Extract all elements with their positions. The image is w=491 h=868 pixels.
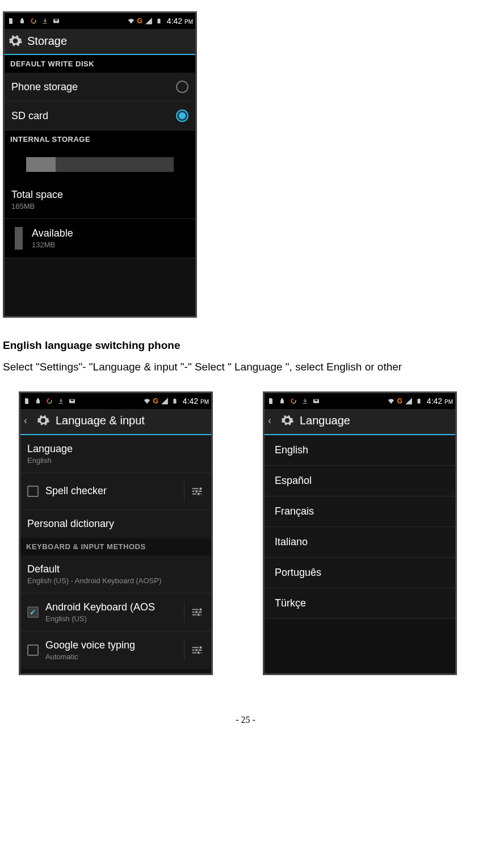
page-number: - 25 - [3, 715, 488, 725]
row-sd-card[interactable]: SD card [5, 102, 195, 130]
sync-icon [289, 397, 297, 405]
lock-icon [18, 17, 26, 25]
row-label: Total space [11, 189, 63, 201]
row-spell-checker[interactable]: Spell checker [20, 473, 211, 510]
checkbox-off-icon[interactable] [27, 486, 39, 497]
radio-off-icon[interactable] [176, 81, 188, 93]
row-phone-storage[interactable]: Phone storage [5, 73, 195, 102]
mail-icon [68, 397, 76, 405]
gear-icon [8, 33, 23, 48]
section-keyboard-methods: KEYBOARD & INPUT METHODS [20, 538, 211, 555]
screenshot-language-input: G 4:42 PM ‹ Language & input Language En… [19, 391, 213, 675]
back-icon[interactable]: ‹ [24, 415, 32, 427]
row-value: 165MB [11, 202, 63, 210]
screenshot-pair: G 4:42 PM ‹ Language & input Language En… [3, 391, 488, 675]
section-internal-storage: INTERNAL STORAGE [5, 130, 195, 148]
page-title: Storage [27, 35, 67, 48]
row-label: Google voice typing [45, 639, 135, 651]
gear-icon [280, 414, 295, 428]
row-value: English [27, 456, 73, 465]
phone-icon [23, 397, 31, 405]
row-total-space[interactable]: Total space 165MB [5, 181, 195, 219]
lang-option[interactable]: Español [265, 466, 455, 496]
lang-option[interactable]: Italiano [265, 527, 455, 558]
section-default-disk: DEFAULT WRITE DISK [5, 55, 195, 73]
wifi-icon [387, 397, 395, 405]
row-language[interactable]: Language English [20, 435, 211, 473]
lang-option[interactable]: Português [265, 558, 455, 588]
app-bar[interactable]: Storage [5, 29, 195, 55]
page-title: Language & input [56, 414, 145, 427]
row-value: English (US) - Android Keyboard (AOSP) [27, 576, 161, 585]
row-google-voice-typing[interactable]: Google voice typing Automatic [20, 631, 211, 669]
phone-icon [267, 397, 275, 405]
checkbox-on-icon[interactable] [27, 606, 39, 618]
lang-option[interactable]: English [265, 435, 455, 466]
mail-icon [52, 17, 60, 25]
radio-on-icon[interactable] [176, 109, 188, 122]
storage-usage-bar [5, 148, 195, 181]
row-label: Available [32, 227, 73, 239]
clock-time: 4:42 PM [183, 397, 209, 406]
network-type-label: G [397, 397, 402, 405]
row-available[interactable]: Available 132MB [5, 219, 195, 258]
download-icon [41, 17, 49, 25]
phone-icon [7, 17, 15, 25]
row-label: Language [27, 443, 73, 455]
row-value: English (US) [45, 614, 155, 623]
doc-paragraph: Select "Settings"- "Language & input "-"… [3, 360, 488, 374]
document-page: G 4:42 PM Storage DEFAULT WRITE DISK Pho… [3, 11, 488, 725]
signal-icon [405, 397, 413, 405]
wifi-icon [143, 397, 151, 405]
download-icon [57, 397, 65, 405]
lang-option[interactable]: Türkçe [265, 588, 455, 619]
row-label: Personal dictionary [27, 518, 114, 530]
row-default-keyboard[interactable]: Default English (US) - Android Keyboard … [20, 555, 211, 593]
screenshot-language-list: G 4:42 PM ‹ Language English Español Fra… [263, 391, 457, 675]
sync-icon [30, 17, 37, 25]
lock-icon [278, 397, 286, 405]
clock-time: 4:42 PM [427, 397, 453, 406]
page-title: Language [300, 414, 350, 427]
row-label: Spell checker [45, 485, 107, 497]
row-personal-dictionary[interactable]: Personal dictionary [20, 510, 211, 538]
signal-icon [161, 397, 169, 405]
lang-option[interactable]: Français [265, 496, 455, 527]
back-icon[interactable]: ‹ [268, 415, 276, 427]
app-bar[interactable]: ‹ Language [265, 409, 455, 435]
row-label: Default [27, 563, 161, 575]
row-value: Automatic [45, 652, 135, 661]
settings-sliders-icon[interactable] [184, 640, 204, 660]
battery-icon [415, 397, 423, 405]
network-type-label: G [137, 17, 142, 25]
battery-icon [171, 397, 179, 405]
row-value: 132MB [32, 241, 73, 249]
doc-heading: English language switching phone [3, 339, 488, 352]
row-label: SD card [11, 110, 48, 122]
sync-icon [45, 397, 53, 405]
download-icon [301, 397, 309, 405]
gear-icon [36, 414, 51, 428]
row-android-keyboard[interactable]: Android Keyboard (AOS English (US) [20, 593, 211, 631]
network-type-label: G [153, 397, 158, 405]
app-bar[interactable]: ‹ Language & input [20, 409, 211, 435]
wifi-icon [127, 17, 135, 25]
clock-time: 4:42 PM [167, 16, 193, 26]
settings-sliders-icon[interactable] [184, 481, 204, 502]
mail-icon [312, 397, 320, 405]
status-bar: G 4:42 PM [265, 393, 455, 409]
status-bar: G 4:42 PM [5, 13, 195, 29]
battery-icon [155, 17, 163, 25]
status-bar: G 4:42 PM [20, 393, 211, 409]
settings-sliders-icon[interactable] [184, 602, 204, 622]
lock-icon [34, 397, 42, 405]
row-label: Phone storage [11, 81, 78, 93]
signal-icon [145, 17, 153, 25]
checkbox-off-icon[interactable] [27, 644, 39, 656]
row-label: Android Keyboard (AOS [45, 601, 155, 613]
screenshot-storage: G 4:42 PM Storage DEFAULT WRITE DISK Pho… [3, 11, 197, 318]
category-color-icon [15, 227, 23, 250]
